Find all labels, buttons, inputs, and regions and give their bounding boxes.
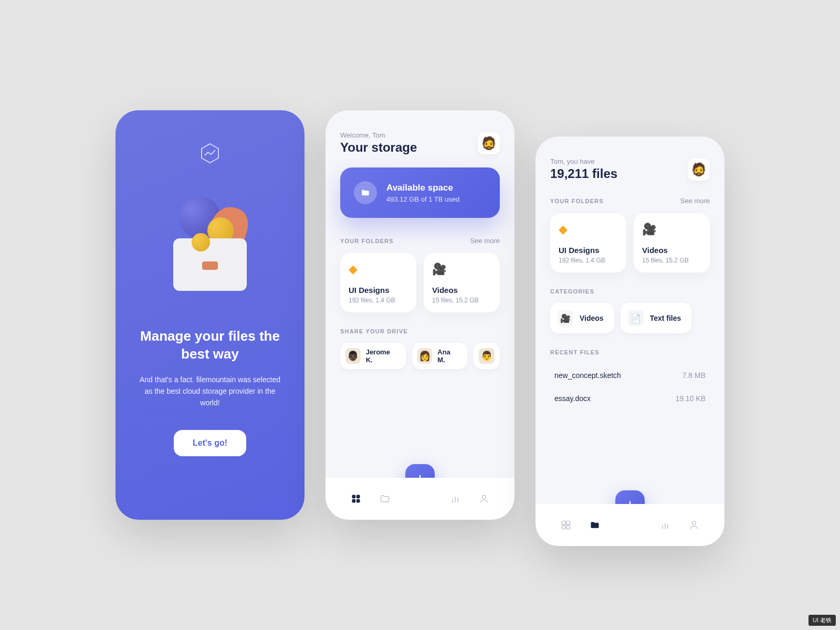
folder-name: UI Designs [559,246,618,255]
file-size: 7.8 MB [682,371,706,380]
folder-name: Videos [642,246,701,255]
bottom-nav [536,504,724,546]
camera-icon: 🎥 [432,262,491,276]
camera-icon: 🎥 [558,310,573,326]
available-space-card[interactable]: Available space 493.12 GB of 1 TB used [340,167,500,218]
file-row[interactable]: new_concept.sketch 7.8 MB [550,364,710,387]
file-name: new_concept.sketch [554,371,621,380]
onboarding-screen: Manage your files the best way And that'… [116,110,304,520]
file-size: 19.10 KB [675,394,706,403]
onboarding-subtext: And that's a fact. filemountain was sele… [136,374,284,409]
sketch-icon: ◆ [559,223,618,236]
contact-chip-more[interactable]: 👨 [474,343,500,369]
category-chip-videos[interactable]: 🎥 Videos [550,303,614,333]
space-subtitle: 493.12 GB of 1 TB used [386,195,459,203]
contact-name: Ana M. [437,348,459,364]
category-name: Text files [650,314,681,322]
file-row[interactable]: essay.docx 19.10 KB [550,387,710,410]
svg-rect-5 [352,499,355,503]
avatar[interactable]: 🧔 [478,132,500,154]
avatar[interactable]: 🧔 [688,159,710,181]
folder-icon [354,181,377,204]
page-title: 19,211 files [550,166,617,181]
greeting: Tom, you have [550,158,617,165]
greeting: Welcome, Tom [340,131,417,139]
folder-card-videos[interactable]: 🎥 Videos 15 files, 15.2 GB [424,253,500,312]
space-title: Available space [386,183,459,193]
contact-avatar-icon: 👨🏿 [345,348,361,364]
contact-chip-jerome[interactable]: 👨🏿 Jerome K. [340,343,406,369]
svg-rect-6 [356,499,360,503]
camera-icon: 🎥 [642,223,701,236]
folder-meta: 192 files, 1.4 GB [559,257,618,264]
folder-meta: 192 files, 1.4 GB [349,297,408,304]
folder-card-videos[interactable]: 🎥 Videos 15 files, 15.2 GB [634,213,710,272]
categories-section-label: CATEGORIES [550,288,594,295]
page-title: Your storage [340,140,417,155]
files-screen: Tom, you have 19,211 files 🧔 YOUR FOLDER… [536,136,724,546]
nav-dashboard-icon[interactable] [348,490,364,507]
contact-avatar-icon: 👩 [417,348,433,364]
folder-card-ui-designs[interactable]: ◆ UI Designs 192 files, 1.4 GB [340,253,416,312]
nav-dashboard-icon[interactable] [558,517,574,533]
bottom-nav [326,478,514,520]
see-more-link[interactable]: See more [680,197,710,205]
box-illustration [158,191,262,296]
folder-name: UI Designs [349,286,408,295]
category-name: Videos [580,314,604,322]
recent-section-label: RECENT FILES [550,349,600,355]
svg-rect-3 [352,495,355,499]
watermark: UI 老铁 [808,615,836,626]
svg-point-10 [482,495,486,499]
contact-name: Jerome K. [366,348,397,364]
header: Welcome, Tom Your storage 🧔 [340,131,500,155]
svg-rect-15 [562,526,565,529]
folders-section-label: YOUR FOLDERS [550,198,604,204]
svg-point-20 [692,521,696,525]
file-name: essay.docx [554,394,591,403]
see-more-link[interactable]: See more [470,237,500,245]
contact-avatar-icon: 👨 [479,348,495,364]
svg-rect-14 [566,521,570,525]
svg-rect-13 [562,521,565,525]
onboarding-heading: Manage your files the best way [136,328,284,363]
share-section-label: SHARE YOUR DRIVE [340,328,408,334]
contact-chip-ana[interactable]: 👩 Ana M. [412,343,467,369]
folders-section-label: YOUR FOLDERS [340,238,394,244]
app-logo-icon [198,142,222,165]
folder-card-ui-designs[interactable]: ◆ UI Designs 192 files, 1.4 GB [550,213,626,272]
nav-profile-icon[interactable] [476,490,492,507]
nav-folder-icon[interactable] [376,490,393,507]
nav-stats-icon[interactable] [447,490,464,507]
folder-meta: 15 files, 15.2 GB [642,257,701,264]
storage-screen: Welcome, Tom Your storage 🧔 Available sp… [326,110,514,520]
lets-go-button[interactable]: Let's go! [174,430,246,456]
nav-stats-icon[interactable] [657,517,674,533]
svg-rect-16 [566,526,570,529]
svg-rect-4 [356,495,360,499]
folder-meta: 15 files, 15.2 GB [432,297,491,304]
category-chip-text[interactable]: 📄 Text files [621,303,692,333]
document-icon: 📄 [628,310,644,326]
sketch-icon: ◆ [349,262,408,276]
nav-profile-icon[interactable] [686,517,702,533]
nav-folder-icon[interactable] [586,517,603,533]
folder-name: Videos [432,286,491,295]
header: Tom, you have 19,211 files 🧔 [550,158,710,181]
